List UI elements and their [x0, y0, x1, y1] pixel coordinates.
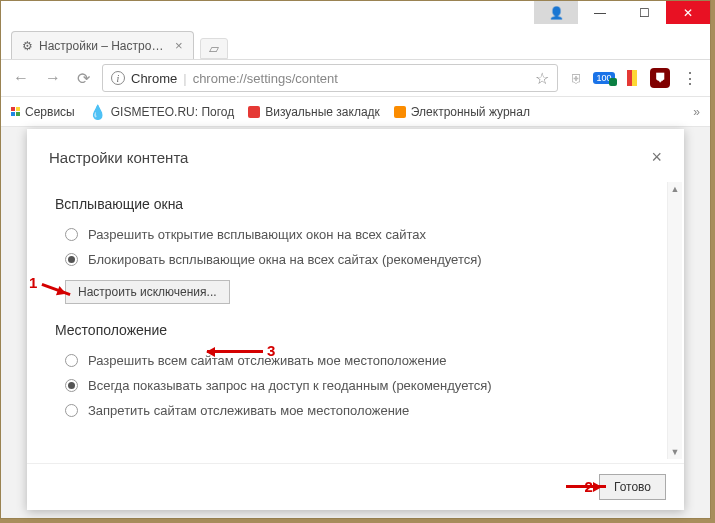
- annotation-1: 1: [29, 274, 37, 291]
- window-close-button[interactable]: ✕: [666, 1, 710, 24]
- location-ask-radio[interactable]: Всегда показывать запрос на доступ к гео…: [55, 373, 660, 398]
- site-info-icon[interactable]: i: [111, 71, 125, 85]
- extension-shield-icon[interactable]: ⛨: [566, 68, 586, 88]
- content-settings-dialog: Настройки контента × Всплывающие окна Ра…: [27, 129, 684, 510]
- location-deny-radio[interactable]: Запретить сайтам отслеживать мое местопо…: [55, 398, 660, 423]
- location-heading: Местоположение: [55, 322, 660, 338]
- titlebar: 👤 — ☐ ✕: [1, 1, 710, 29]
- tab-close-icon[interactable]: ×: [175, 38, 183, 53]
- apps-grid-icon: [11, 107, 20, 116]
- scroll-down-icon[interactable]: ▼: [668, 445, 682, 459]
- url-scheme: Chrome: [131, 71, 177, 86]
- tab-title: Настройки – Настройки: [39, 39, 169, 53]
- window-controls: 👤 — ☐ ✕: [534, 1, 710, 24]
- popups-block-radio[interactable]: Блокировать всплывающие окна на всех сай…: [55, 247, 660, 272]
- bookmark-star-icon[interactable]: ☆: [535, 69, 549, 88]
- url-path: chrome://settings/content: [193, 71, 338, 86]
- bookmarks-apps[interactable]: Сервисы: [11, 105, 75, 119]
- new-tab-button[interactable]: ▱: [200, 38, 228, 59]
- browser-window: 👤 — ☐ ✕ ⚙ Настройки – Настройки × ▱ ← → …: [0, 0, 711, 519]
- forward-button[interactable]: →: [41, 69, 65, 87]
- radio-icon: [65, 404, 78, 417]
- radio-icon: [65, 253, 78, 266]
- bookmark-gismeteo[interactable]: 💧 GISMETEO.RU: Погод: [89, 104, 235, 120]
- dialog-header: Настройки контента ×: [27, 129, 684, 178]
- toolbar: ← → ⟳ i Chrome | chrome://settings/conte…: [1, 59, 710, 97]
- annotation-2: 2: [585, 478, 593, 504]
- scroll-up-icon[interactable]: ▲: [668, 182, 682, 196]
- done-button[interactable]: Готово: [599, 474, 666, 500]
- extension-ublock-icon[interactable]: ⛊: [650, 68, 670, 88]
- popups-heading: Всплывающие окна: [55, 196, 660, 212]
- menu-button[interactable]: ⋮: [678, 69, 702, 88]
- gear-icon: ⚙: [22, 39, 33, 53]
- droplet-icon: 💧: [89, 104, 106, 120]
- popups-allow-radio[interactable]: Разрешить открытие всплывающих окон на в…: [55, 222, 660, 247]
- address-bar[interactable]: i Chrome | chrome://settings/content ☆: [102, 64, 558, 92]
- back-button[interactable]: ←: [9, 69, 33, 87]
- dialog-title: Настройки контента: [49, 149, 188, 166]
- bookmarks-bar: Сервисы 💧 GISMETEO.RU: Погод Визуальные …: [1, 97, 710, 127]
- radio-icon: [65, 354, 78, 367]
- dialog-footer: 2 Готово: [27, 463, 684, 510]
- reload-button[interactable]: ⟳: [73, 69, 94, 88]
- square-icon: [394, 106, 406, 118]
- bookmark-journal[interactable]: Электронный журнал: [394, 105, 530, 119]
- radio-icon: [65, 379, 78, 392]
- dialog-close-button[interactable]: ×: [651, 147, 662, 168]
- minimize-button[interactable]: —: [578, 1, 622, 24]
- popups-exceptions-button[interactable]: Настроить исключения...: [65, 280, 230, 304]
- extension-badge-icon[interactable]: 100: [594, 68, 614, 88]
- square-icon: [248, 106, 260, 118]
- tab-strip: ⚙ Настройки – Настройки × ▱: [1, 29, 710, 59]
- dialog-body: Всплывающие окна Разрешить открытие вспл…: [27, 178, 684, 463]
- page-content: Настройки контента × Всплывающие окна Ра…: [1, 127, 710, 518]
- location-allow-radio[interactable]: Разрешить всем сайтам отслеживать мое ме…: [55, 348, 660, 373]
- maximize-button[interactable]: ☐: [622, 1, 666, 24]
- user-icon[interactable]: 👤: [534, 1, 578, 24]
- bookmarks-overflow-icon[interactable]: »: [693, 105, 700, 119]
- bookmark-visual[interactable]: Визуальные закладк: [248, 105, 380, 119]
- scrollbar[interactable]: ▲ ▼: [667, 182, 682, 459]
- radio-icon: [65, 228, 78, 241]
- tab-settings[interactable]: ⚙ Настройки – Настройки ×: [11, 31, 194, 59]
- extension-bookmark-icon[interactable]: [622, 68, 642, 88]
